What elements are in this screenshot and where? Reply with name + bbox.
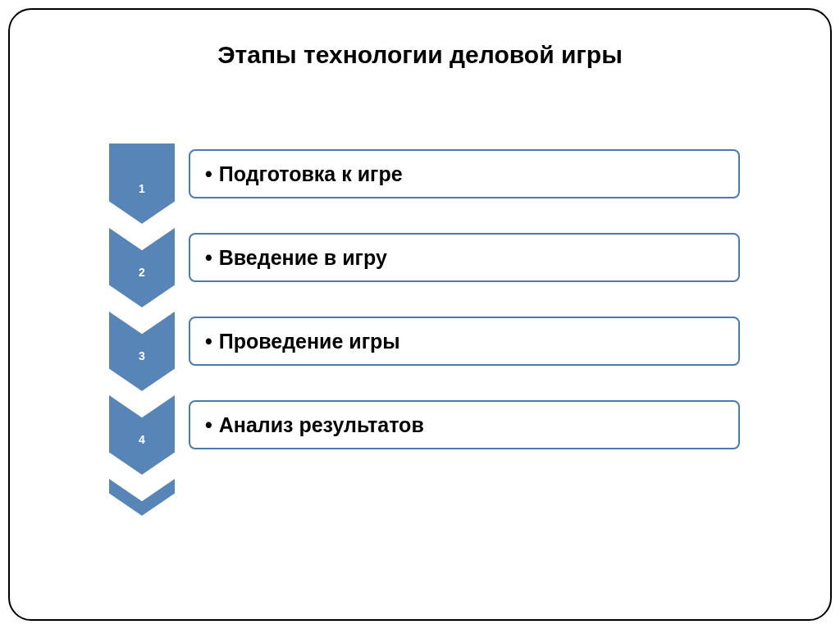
bullet-icon: • [205, 246, 212, 270]
chevron-col: 4 [108, 394, 176, 477]
step-row: 4 • Анализ результатов [108, 394, 740, 477]
bullet-icon: • [205, 162, 212, 186]
chevron-col: 3 [108, 310, 176, 394]
step-content-box: • Анализ результатов [189, 400, 740, 449]
svg-marker-4 [108, 477, 176, 517]
step-text: Введение в игру [219, 246, 387, 270]
steps-list: 1 • Подготовка к игре 2 • Введение в игр… [108, 143, 740, 477]
step-row: 3 • Проведение игры [108, 310, 740, 394]
step-row: 1 • Подготовка к игре [108, 143, 740, 226]
step-number: 2 [108, 266, 176, 279]
step-number: 3 [108, 349, 176, 362]
step-text: Подготовка к игре [219, 162, 403, 186]
step-row: 2 • Введение в игру [108, 226, 740, 310]
step-content-box: • Проведение игры [189, 317, 740, 366]
step-number: 1 [108, 182, 176, 195]
step-number: 4 [108, 433, 176, 446]
step-content-box: • Подготовка к игре [189, 149, 740, 198]
page-title: Этапы технологии деловой игры [51, 41, 789, 69]
bullet-icon: • [205, 413, 212, 437]
chevron-col: 1 [108, 143, 176, 226]
step-text: Анализ результатов [219, 413, 424, 437]
slide-frame: Этапы технологии деловой игры 1 • Подгот… [8, 8, 832, 621]
step-text: Проведение игры [219, 330, 400, 353]
step-content-box: • Введение в игру [189, 233, 740, 282]
chevron-tail-icon [108, 477, 176, 561]
bullet-icon: • [205, 330, 212, 353]
chevron-col: 2 [108, 226, 176, 310]
